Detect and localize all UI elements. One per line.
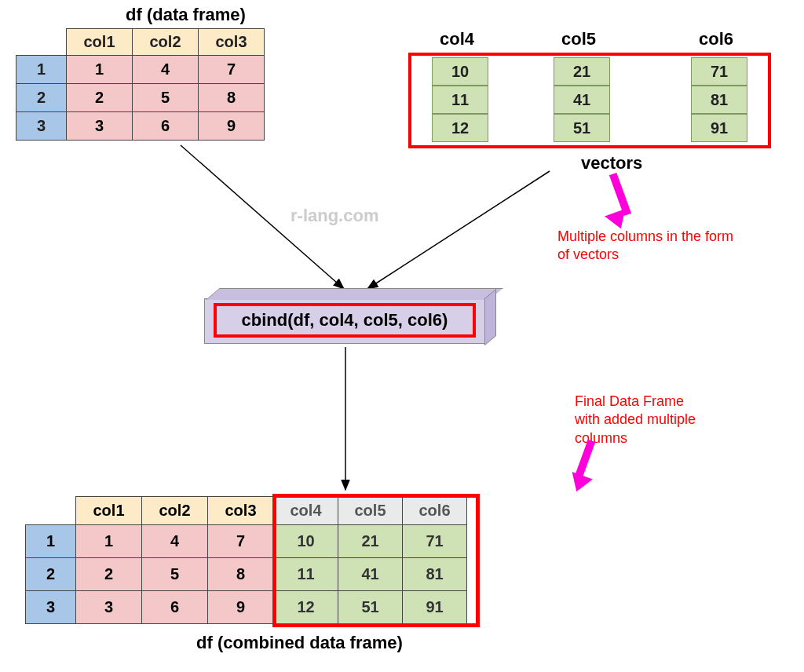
- data-cell-new: 21: [338, 525, 403, 558]
- combined-table: col1 col2 col3 col4 col5 col6 1 1 4 7 10…: [25, 496, 467, 624]
- vector-cell: 81: [691, 86, 747, 114]
- annotation-final: Final Data Frame with added multiple col…: [575, 393, 696, 447]
- col-header: col2: [142, 497, 208, 525]
- data-cell: 1: [67, 56, 133, 84]
- data-cell: 2: [76, 558, 142, 591]
- col-header: col3: [208, 497, 274, 525]
- row-header: 2: [16, 84, 67, 112]
- blank-cell: [26, 497, 76, 525]
- data-cell-new: 91: [403, 591, 467, 624]
- col-header-new: col4: [274, 497, 338, 525]
- data-cell: 4: [142, 525, 208, 558]
- vector-cell: 12: [432, 114, 488, 142]
- data-cell: 6: [142, 591, 208, 624]
- data-cell: 7: [208, 525, 274, 558]
- data-cell: 9: [199, 112, 265, 141]
- data-cell: 2: [67, 84, 133, 112]
- annotation-line: with added multiple: [575, 411, 696, 427]
- data-cell-new: 71: [403, 525, 467, 558]
- watermark: r-lang.com: [291, 206, 378, 226]
- col-header: col2: [133, 29, 199, 56]
- data-cell: 6: [133, 112, 199, 141]
- col-header-new: col5: [338, 497, 403, 525]
- vector-col6: 71 81 91: [691, 57, 747, 142]
- row-header: 3: [26, 591, 76, 624]
- cbind-box: cbind(df, col4, col5, col6): [204, 298, 487, 356]
- vector-cell: 51: [554, 114, 610, 142]
- vectors-box: col4 col5 col6 10 11 12 21 41 51 71 81 9…: [408, 35, 777, 161]
- vector-label: col6: [699, 29, 733, 49]
- data-cell: 5: [133, 84, 199, 112]
- col-header-new: col6: [403, 497, 467, 525]
- data-cell: 4: [133, 56, 199, 84]
- data-cell: 9: [208, 591, 274, 624]
- vector-cell: 41: [554, 86, 610, 114]
- data-cell: 5: [142, 558, 208, 591]
- row-header: 3: [16, 112, 67, 141]
- data-cell: 1: [76, 525, 142, 558]
- annotation-line: columns: [575, 430, 627, 446]
- blank-cell: [16, 29, 67, 56]
- data-cell-new: 51: [338, 591, 403, 624]
- col-header: col1: [67, 29, 133, 56]
- svg-line-2: [367, 171, 550, 289]
- df-title: df (data frame): [126, 5, 246, 25]
- vectors-title: vectors: [581, 153, 642, 173]
- vector-cell: 91: [691, 114, 747, 142]
- data-cell: 3: [76, 591, 142, 624]
- data-cell-new: 81: [403, 558, 467, 591]
- data-cell-new: 12: [274, 591, 338, 624]
- row-header: 1: [16, 56, 67, 84]
- row-header: 2: [26, 558, 76, 591]
- vector-cell: 21: [554, 57, 610, 86]
- annotation-vectors: Multiple columns in the form of vectors: [557, 228, 733, 265]
- vector-label: col5: [561, 29, 596, 49]
- col-header: col3: [199, 29, 265, 56]
- combined-title: df (combined data frame): [196, 633, 403, 653]
- vector-cell: 71: [691, 57, 747, 86]
- df-table: col1 col2 col3 1 1 4 7 2 2 5 8 3 3 6 9: [16, 28, 265, 141]
- col-header: col1: [76, 497, 142, 525]
- cbind-code: cbind(df, col4, col5, col6): [214, 303, 476, 338]
- vector-cell: 10: [432, 57, 488, 86]
- annotation-line: of vectors: [557, 247, 619, 262]
- data-cell: 8: [208, 558, 274, 591]
- row-header: 1: [26, 525, 76, 558]
- vector-col4: 10 11 12: [432, 57, 488, 142]
- data-cell: 8: [199, 84, 265, 112]
- data-cell: 3: [67, 112, 133, 141]
- data-cell: 7: [199, 56, 265, 84]
- data-cell-new: 10: [274, 525, 338, 558]
- data-cell-new: 11: [274, 558, 338, 591]
- vector-label: col4: [440, 29, 474, 49]
- vector-col5: 21 41 51: [554, 57, 610, 142]
- data-cell-new: 41: [338, 558, 403, 591]
- vector-cell: 11: [432, 86, 488, 114]
- annotation-line: Multiple columns in the form: [557, 228, 733, 244]
- annotation-line: Final Data Frame: [575, 393, 684, 409]
